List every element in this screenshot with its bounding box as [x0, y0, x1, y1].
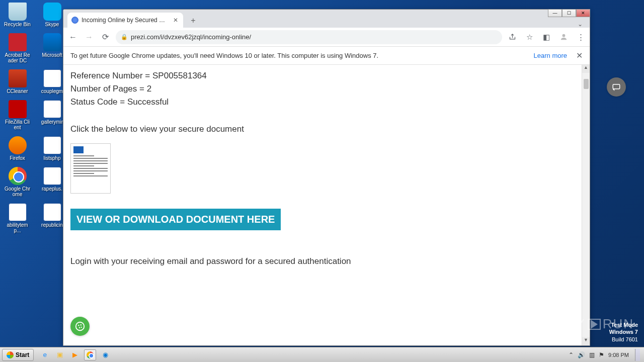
svg-point-5 [79, 327, 80, 328]
desktop-icon-label: Google Chrome [4, 186, 31, 197]
page-content: Reference Number = SP005581364 Number of… [63, 65, 582, 345]
desktop-icon-label: Microsoft [42, 52, 62, 58]
word-icon [9, 203, 27, 221]
learn-more-link[interactable]: Learn more [534, 52, 567, 59]
reload-button[interactable]: ⟳ [100, 32, 111, 43]
desktop-icon-couplegm[interactable]: couplegm [39, 69, 65, 94]
address-bar: ← → ⟳ 🔒 prezi.com/i/dvzxev62jzql/incomin… [63, 28, 590, 47]
taskbar-edge-icon[interactable]: ◉ [99, 349, 111, 360]
desktop-icon-label: Skype [45, 22, 59, 27]
info-bar: To get future Google Chrome updates, you… [63, 47, 590, 65]
desktop-icon-firefox[interactable]: Firefox [4, 136, 31, 161]
recycle-icon [9, 3, 27, 21]
acrobat-icon [9, 33, 27, 51]
url-input[interactable]: 🔒 prezi.com/i/dvzxev62jzql/incoming-onli… [116, 30, 502, 44]
cookie-settings-button[interactable] [70, 317, 90, 336]
desktop-icon-google-chrome[interactable]: Google Chrome [4, 167, 31, 197]
tray-flag-icon[interactable]: ⚑ [599, 351, 604, 358]
desktop-icon-gallerymir[interactable]: gallerymir [39, 100, 65, 130]
firefox-icon [9, 136, 27, 154]
svg-point-6 [81, 327, 82, 328]
taskbar-explorer-icon[interactable]: ▣ [54, 349, 66, 360]
taskbar-media-icon[interactable]: ▶ [69, 349, 81, 360]
desktop-icon-filezilla-client[interactable]: FileZilla Client [4, 100, 31, 130]
scroll-up-button[interactable]: ▲ [582, 65, 590, 73]
tray-network-icon[interactable]: ▥ [589, 351, 595, 358]
desktop-icon-microsoft[interactable]: Microsoft [39, 33, 65, 63]
build-info: Test Mode Windows 7 Build 7601 [609, 321, 638, 343]
desktop: Recycle BinSkypeAcrobat Reader DCMicroso… [0, 0, 65, 347]
tray-expand-icon[interactable]: ⌃ [569, 351, 574, 358]
desktop-icon-label: CCleaner [7, 88, 28, 94]
desktop-icon-abilitytemp-[interactable]: abilitytemp... [4, 203, 31, 233]
info-bar-close-button[interactable]: ✕ [576, 51, 583, 60]
close-tab-button[interactable]: ✕ [172, 17, 179, 24]
login-instruction-text: Login with your receiving email and pass… [70, 256, 575, 266]
taskbar: Start e ▣ ▶ ◉ ⌃ 🔊 ▥ ⚑ 9:08 PM [0, 347, 644, 362]
chrome-window: — ☐ ✕ Incoming Online by Secured Docume … [63, 9, 590, 346]
word-icon [43, 203, 61, 221]
desktop-icon-republicin[interactable]: republicin [39, 203, 65, 233]
favicon-icon [71, 17, 78, 24]
word-icon [43, 167, 61, 185]
status-text: Status Code = Successful [70, 97, 575, 107]
scrollbar[interactable]: ▲ ▼ [582, 65, 590, 345]
lock-icon: 🔒 [121, 34, 128, 40]
info-bar-text: To get future Google Chrome updates, you… [70, 52, 378, 59]
desktop-icon-label: republicin [41, 222, 63, 228]
clock[interactable]: 9:08 PM [608, 352, 629, 358]
instruction-text: Click the below to view your secure docu… [70, 124, 575, 134]
pages-text: Number of Pages = 2 [70, 84, 575, 94]
edge-icon [43, 33, 61, 51]
reference-text: Reference Number = SP005581364 [70, 71, 575, 81]
prezi-comment-button[interactable] [607, 77, 626, 97]
tray-volume-icon[interactable]: 🔊 [578, 351, 585, 358]
back-button[interactable]: ← [67, 32, 78, 43]
word-icon [43, 136, 61, 154]
new-tab-button[interactable]: + [186, 14, 200, 28]
svg-rect-1 [613, 84, 620, 89]
document-thumbnail[interactable] [70, 143, 111, 194]
view-download-button[interactable]: VIEW OR DOWNLOAD DOCUMENT HERE [70, 209, 281, 230]
desktop-icon-acrobat-reader-dc[interactable]: Acrobat Reader DC [4, 33, 31, 63]
tab-search-button[interactable]: ⌄ [578, 21, 588, 28]
desktop-icon-label: gallerymir [41, 119, 63, 125]
desktop-icon-listsphp[interactable]: listsphp [39, 136, 65, 161]
scroll-down-button[interactable]: ▼ [582, 337, 590, 345]
skype-icon [43, 3, 61, 21]
chrome-i-icon [9, 167, 27, 185]
desktop-icon-skype[interactable]: Skype [39, 3, 65, 27]
scroll-thumb[interactable] [584, 79, 589, 89]
bookmark-button[interactable]: ☆ [524, 32, 534, 42]
desktop-icon-label: Firefox [10, 155, 25, 161]
tab-strip: Incoming Online by Secured Docume ✕ + ⌄ [63, 10, 590, 28]
forward-button[interactable]: → [84, 32, 95, 43]
word-icon [43, 100, 61, 118]
desktop-icon-label: abilitytemp... [4, 222, 31, 233]
side-panel-button[interactable]: ◧ [541, 32, 551, 42]
desktop-icon-label: rapeplus. [42, 186, 62, 192]
maximize-button[interactable]: ☐ [562, 9, 576, 17]
desktop-icon-recycle-bin[interactable]: Recycle Bin [4, 3, 31, 27]
desktop-icon-label: listsphp [44, 155, 61, 161]
share-button[interactable] [507, 32, 517, 42]
show-desktop-button[interactable] [635, 349, 640, 361]
start-button[interactable]: Start [2, 349, 34, 361]
url-text: prezi.com/i/dvzxev62jzql/incoming-online… [131, 33, 251, 41]
taskbar-chrome-icon[interactable] [84, 349, 96, 360]
svg-point-4 [80, 324, 82, 325]
system-tray: ⌃ 🔊 ▥ ⚑ 9:08 PM [569, 349, 644, 361]
minimize-button[interactable]: — [548, 9, 562, 17]
profile-button[interactable] [558, 32, 569, 42]
word-icon [43, 69, 61, 87]
desktop-icon-label: Recycle Bin [4, 22, 31, 27]
taskbar-ie-icon[interactable]: e [39, 349, 51, 360]
desktop-icon-label: couplegm [41, 88, 63, 94]
svg-point-0 [562, 34, 565, 37]
desktop-icon-rapeplus-[interactable]: rapeplus. [39, 167, 65, 197]
menu-button[interactable]: ⋮ [576, 32, 586, 42]
close-window-button[interactable]: ✕ [576, 9, 590, 17]
browser-tab[interactable]: Incoming Online by Secured Docume ✕ [67, 13, 183, 28]
desktop-icon-ccleaner[interactable]: CCleaner [4, 69, 31, 94]
desktop-icon-label: FileZilla Client [4, 119, 31, 130]
